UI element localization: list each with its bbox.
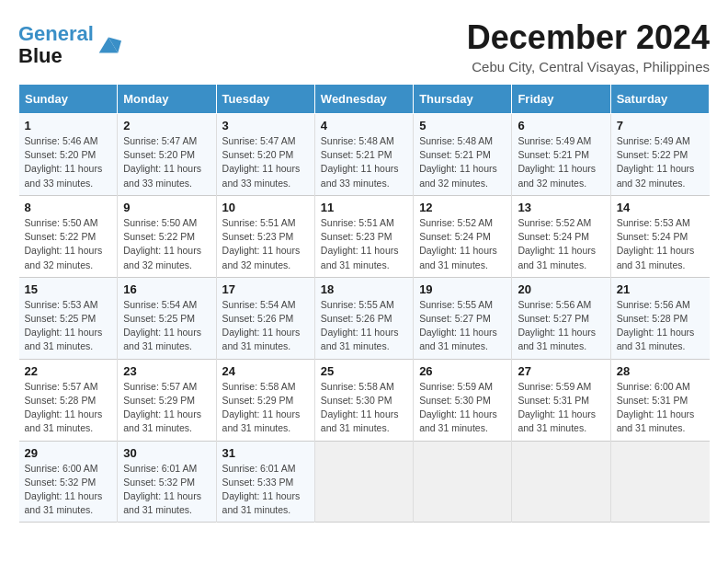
calendar-cell: 4Sunrise: 5:48 AMSunset: 5:21 PMDaylight… xyxy=(314,114,413,196)
calendar-cell xyxy=(314,441,413,523)
day-number: 13 xyxy=(518,201,604,214)
calendar-cell: 7Sunrise: 5:49 AMSunset: 5:22 PMDaylight… xyxy=(610,114,709,196)
calendar-cell: 16Sunrise: 5:54 AMSunset: 5:25 PMDayligh… xyxy=(118,277,216,359)
calendar-cell: 19Sunrise: 5:55 AMSunset: 5:27 PMDayligh… xyxy=(414,277,512,359)
day-info: Sunrise: 5:48 AMSunset: 5:21 PMDaylight:… xyxy=(419,134,506,190)
day-info: Sunrise: 5:46 AMSunset: 5:20 PMDaylight:… xyxy=(25,134,112,190)
location-title: Cebu City, Central Visayas, Philippines xyxy=(467,59,710,75)
day-number: 5 xyxy=(419,119,506,132)
day-info: Sunrise: 5:53 AMSunset: 5:24 PMDaylight:… xyxy=(617,216,704,272)
day-number: 15 xyxy=(25,282,112,296)
calendar-week-4: 22Sunrise: 5:57 AMSunset: 5:28 PMDayligh… xyxy=(19,359,710,441)
day-info: Sunrise: 5:57 AMSunset: 5:28 PMDaylight:… xyxy=(25,380,112,436)
col-header-friday: Friday xyxy=(512,85,610,114)
calendar-table: SundayMondayTuesdayWednesdayThursdayFrid… xyxy=(18,84,710,523)
day-number: 28 xyxy=(617,364,704,378)
day-info: Sunrise: 5:50 AMSunset: 5:22 PMDaylight:… xyxy=(25,216,112,272)
day-number: 21 xyxy=(617,282,704,296)
day-info: Sunrise: 5:52 AMSunset: 5:24 PMDaylight:… xyxy=(518,216,604,272)
day-number: 7 xyxy=(617,119,704,132)
calendar-cell: 27Sunrise: 5:59 AMSunset: 5:31 PMDayligh… xyxy=(512,359,610,441)
day-info: Sunrise: 5:58 AMSunset: 5:29 PMDaylight:… xyxy=(222,380,309,436)
calendar-cell: 31Sunrise: 6:01 AMSunset: 5:33 PMDayligh… xyxy=(216,441,314,523)
calendar-cell: 8Sunrise: 5:50 AMSunset: 5:22 PMDaylight… xyxy=(19,195,118,277)
calendar-cell: 18Sunrise: 5:55 AMSunset: 5:26 PMDayligh… xyxy=(314,277,413,359)
calendar-cell: 20Sunrise: 5:56 AMSunset: 5:27 PMDayligh… xyxy=(512,277,610,359)
day-info: Sunrise: 5:59 AMSunset: 5:30 PMDaylight:… xyxy=(419,380,506,436)
calendar-cell: 1Sunrise: 5:46 AMSunset: 5:20 PMDaylight… xyxy=(19,114,118,196)
calendar-cell: 6Sunrise: 5:49 AMSunset: 5:21 PMDaylight… xyxy=(512,114,610,196)
calendar-cell: 22Sunrise: 5:57 AMSunset: 5:28 PMDayligh… xyxy=(19,359,118,441)
day-number: 23 xyxy=(123,364,210,378)
logo: GeneralBlue xyxy=(18,23,121,67)
day-number: 3 xyxy=(222,119,309,132)
calendar-cell: 26Sunrise: 5:59 AMSunset: 5:30 PMDayligh… xyxy=(414,359,512,441)
day-info: Sunrise: 6:00 AMSunset: 5:31 PMDaylight:… xyxy=(617,380,704,436)
calendar-cell: 29Sunrise: 6:00 AMSunset: 5:32 PMDayligh… xyxy=(19,441,118,523)
day-number: 31 xyxy=(222,446,309,460)
day-number: 22 xyxy=(25,364,112,378)
day-number: 20 xyxy=(518,282,604,296)
day-info: Sunrise: 5:52 AMSunset: 5:24 PMDaylight:… xyxy=(419,216,506,272)
col-header-wednesday: Wednesday xyxy=(314,85,413,114)
day-info: Sunrise: 5:49 AMSunset: 5:22 PMDaylight:… xyxy=(617,134,704,190)
day-info: Sunrise: 5:56 AMSunset: 5:28 PMDaylight:… xyxy=(617,298,704,354)
calendar-week-2: 8Sunrise: 5:50 AMSunset: 5:22 PMDaylight… xyxy=(19,195,710,277)
col-header-saturday: Saturday xyxy=(610,85,709,114)
day-info: Sunrise: 5:53 AMSunset: 5:25 PMDaylight:… xyxy=(25,298,112,354)
month-title: December 2024 xyxy=(467,18,710,57)
calendar-cell: 11Sunrise: 5:51 AMSunset: 5:23 PMDayligh… xyxy=(314,195,413,277)
calendar-cell: 21Sunrise: 5:56 AMSunset: 5:28 PMDayligh… xyxy=(610,277,709,359)
col-header-sunday: Sunday xyxy=(19,85,118,114)
day-number: 14 xyxy=(617,201,704,214)
day-number: 2 xyxy=(123,119,210,132)
logo-text: GeneralBlue xyxy=(18,23,94,67)
day-number: 8 xyxy=(25,201,112,214)
day-info: Sunrise: 5:54 AMSunset: 5:25 PMDaylight:… xyxy=(123,298,210,354)
calendar-cell: 25Sunrise: 5:58 AMSunset: 5:30 PMDayligh… xyxy=(314,359,413,441)
calendar-cell: 3Sunrise: 5:47 AMSunset: 5:20 PMDaylight… xyxy=(216,114,314,196)
day-info: Sunrise: 6:00 AMSunset: 5:32 PMDaylight:… xyxy=(25,462,112,518)
col-header-tuesday: Tuesday xyxy=(216,85,314,114)
day-info: Sunrise: 5:58 AMSunset: 5:30 PMDaylight:… xyxy=(321,380,407,436)
day-number: 24 xyxy=(222,364,309,378)
day-number: 17 xyxy=(222,282,309,296)
day-info: Sunrise: 5:56 AMSunset: 5:27 PMDaylight:… xyxy=(518,298,604,354)
calendar-cell: 5Sunrise: 5:48 AMSunset: 5:21 PMDaylight… xyxy=(414,114,512,196)
day-number: 27 xyxy=(518,364,604,378)
day-number: 10 xyxy=(222,201,309,214)
day-number: 18 xyxy=(321,282,407,296)
day-info: Sunrise: 5:50 AMSunset: 5:22 PMDaylight:… xyxy=(123,216,210,272)
col-header-monday: Monday xyxy=(118,85,216,114)
day-info: Sunrise: 5:51 AMSunset: 5:23 PMDaylight:… xyxy=(321,216,407,272)
page-header: GeneralBlue December 2024 Cebu City, Cen… xyxy=(18,18,710,75)
logo-icon xyxy=(96,32,121,58)
day-info: Sunrise: 6:01 AMSunset: 5:33 PMDaylight:… xyxy=(222,462,309,518)
col-header-thursday: Thursday xyxy=(414,85,512,114)
calendar-week-3: 15Sunrise: 5:53 AMSunset: 5:25 PMDayligh… xyxy=(19,277,710,359)
day-number: 12 xyxy=(419,201,506,214)
header-row: SundayMondayTuesdayWednesdayThursdayFrid… xyxy=(19,85,710,114)
calendar-cell: 12Sunrise: 5:52 AMSunset: 5:24 PMDayligh… xyxy=(414,195,512,277)
day-info: Sunrise: 5:55 AMSunset: 5:27 PMDaylight:… xyxy=(419,298,506,354)
calendar-cell: 2Sunrise: 5:47 AMSunset: 5:20 PMDaylight… xyxy=(118,114,216,196)
day-number: 26 xyxy=(419,364,506,378)
calendar-cell: 28Sunrise: 6:00 AMSunset: 5:31 PMDayligh… xyxy=(610,359,709,441)
calendar-cell: 14Sunrise: 5:53 AMSunset: 5:24 PMDayligh… xyxy=(610,195,709,277)
calendar-cell: 30Sunrise: 6:01 AMSunset: 5:32 PMDayligh… xyxy=(118,441,216,523)
day-number: 29 xyxy=(25,446,112,460)
day-number: 4 xyxy=(321,119,407,132)
calendar-cell: 24Sunrise: 5:58 AMSunset: 5:29 PMDayligh… xyxy=(216,359,314,441)
day-info: Sunrise: 6:01 AMSunset: 5:32 PMDaylight:… xyxy=(123,462,210,518)
calendar-cell: 10Sunrise: 5:51 AMSunset: 5:23 PMDayligh… xyxy=(216,195,314,277)
calendar-week-1: 1Sunrise: 5:46 AMSunset: 5:20 PMDaylight… xyxy=(19,114,710,196)
day-info: Sunrise: 5:54 AMSunset: 5:26 PMDaylight:… xyxy=(222,298,309,354)
day-info: Sunrise: 5:47 AMSunset: 5:20 PMDaylight:… xyxy=(222,134,309,190)
title-area: December 2024 Cebu City, Central Visayas… xyxy=(467,18,710,75)
calendar-week-5: 29Sunrise: 6:00 AMSunset: 5:32 PMDayligh… xyxy=(19,441,710,523)
day-info: Sunrise: 5:47 AMSunset: 5:20 PMDaylight:… xyxy=(123,134,210,190)
day-info: Sunrise: 5:51 AMSunset: 5:23 PMDaylight:… xyxy=(222,216,309,272)
day-info: Sunrise: 5:48 AMSunset: 5:21 PMDaylight:… xyxy=(321,134,407,190)
day-number: 11 xyxy=(321,201,407,214)
day-number: 19 xyxy=(419,282,506,296)
